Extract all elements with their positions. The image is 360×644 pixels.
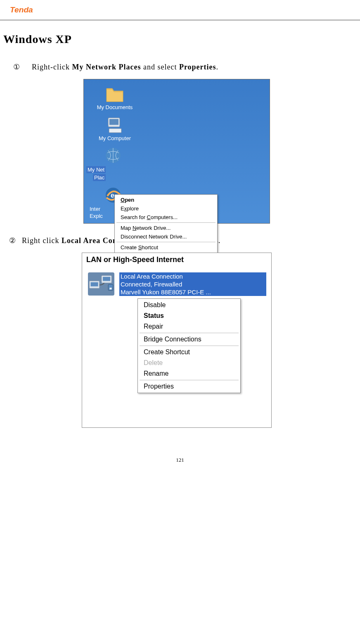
menu-item-delete: Delete (138, 358, 240, 368)
page-content: Windows XP ① Right-click My Network Plac… (0, 20, 360, 444)
context-menu-lan: Disable Status Repair Bridge Connections… (137, 298, 241, 393)
svg-rect-12 (110, 288, 112, 289)
desktop-icon-my-documents[interactable]: My Documents (88, 83, 142, 110)
globe-icon (103, 145, 123, 165)
icon-label: My Documents (97, 104, 133, 110)
figure-1-wrap: My Documents My Computer My Net Plac e I… (3, 79, 350, 224)
desktop-icon-my-computer[interactable]: My Computer (88, 114, 142, 141)
page-title: Windows XP (3, 33, 350, 46)
menu-item-bridge-connections[interactable]: Bridge Connections (138, 334, 240, 345)
screenshot-desktop-context-menu: My Documents My Computer My Net Plac e I… (83, 79, 270, 224)
menu-separator (116, 242, 216, 242)
svg-text:Tenda: Tenda (10, 5, 33, 14)
lan-selection-text: Local Area Connection Connected, Firewal… (119, 272, 266, 296)
svg-rect-2 (109, 119, 118, 125)
lan-line-1: Local Area Connection (119, 272, 266, 280)
desktop-icon-my-network-places[interactable]: My Net Plac (86, 145, 140, 181)
icon-label: Plac (93, 174, 106, 181)
menu-separator (140, 333, 239, 333)
svg-rect-10 (103, 277, 110, 281)
icon-label: My Net (86, 166, 106, 173)
svg-rect-8 (91, 282, 98, 286)
menu-item-explore[interactable]: Explore (115, 204, 217, 213)
lan-section-title: LAN or High-Speed Internet (82, 253, 271, 267)
menu-item-disable[interactable]: Disable (138, 300, 240, 310)
svg-rect-11 (108, 284, 113, 291)
menu-item-status[interactable]: Status (138, 310, 240, 321)
svg-rect-3 (109, 129, 121, 133)
menu-separator (140, 346, 239, 346)
menu-item-create-shortcut[interactable]: Create Shortcut (138, 347, 240, 358)
menu-separator (140, 380, 239, 380)
menu-item-disconnect-network-drive[interactable]: Disconnect Network Drive... (115, 232, 217, 241)
step-2-number: ② (9, 236, 16, 245)
menu-separator (116, 222, 216, 223)
menu-item-search-computers[interactable]: Search for Computers... (115, 213, 217, 222)
computer-icon (105, 114, 125, 134)
menu-item-create-shortcut[interactable]: Create Shortcut (115, 243, 217, 252)
page-header: Tenda (0, 0, 360, 20)
icon-label: My Computer (99, 135, 131, 141)
lan-line-2: Connected, Firewalled (119, 280, 266, 288)
screenshot-lan-context-menu: LAN or High-Speed Internet Local Area Co… (82, 253, 272, 428)
tenda-logo-icon: Tenda (10, 4, 59, 16)
page-number: 121 (0, 457, 360, 467)
menu-item-open[interactable]: Open (115, 196, 217, 204)
menu-item-repair[interactable]: Repair (138, 321, 240, 332)
icon-label: Inter (90, 206, 100, 212)
step-1-number: ① (13, 62, 20, 72)
lan-line-3: Marvell Yukon 88E8057 PCI-E ... (119, 288, 266, 296)
icon-label: Explc (90, 213, 103, 219)
folder-icon (105, 83, 125, 103)
menu-item-map-network-drive[interactable]: Map Network Drive... (115, 224, 217, 232)
step-1: ① Right-click My Network Places and sele… (13, 62, 350, 72)
figure-2-wrap: LAN or High-Speed Internet Local Area Co… (3, 253, 350, 428)
network-connection-icon (88, 272, 114, 296)
menu-item-properties[interactable]: Properties (138, 381, 240, 392)
step-1-text: Right-click My Network Places and select… (32, 63, 218, 72)
menu-item-rename[interactable]: Rename (138, 368, 240, 379)
lan-item[interactable]: Local Area Connection Connected, Firewal… (82, 267, 271, 296)
svg-text:e: e (111, 192, 114, 199)
